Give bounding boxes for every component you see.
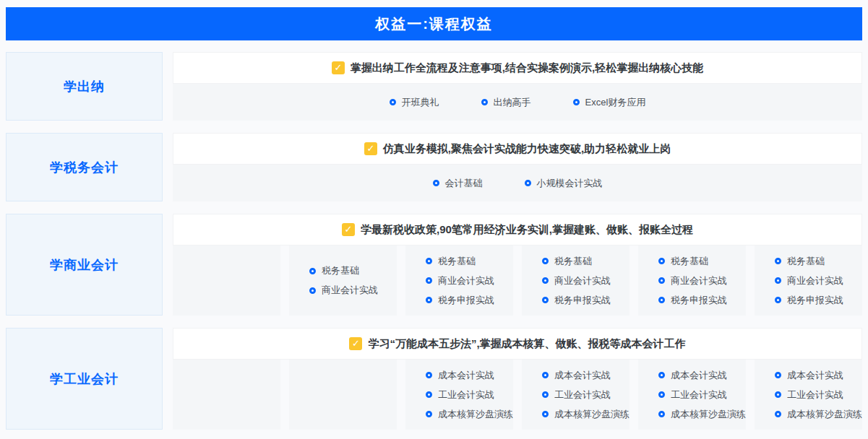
ring-bullet-icon — [775, 391, 781, 398]
ring-bullet-icon — [542, 297, 549, 303]
course-tag-label: 成本会计实战 — [787, 369, 843, 382]
ring-bullet-icon — [775, 277, 781, 284]
category-label: 学出纳 — [64, 78, 105, 95]
course-tag: 税务基础 — [426, 255, 513, 268]
course-tag-label: Excel财务应用 — [585, 96, 646, 109]
course-tag-label: 成本会计实战 — [671, 369, 727, 382]
benefit-panel: ✓ 学习“万能成本五步法”,掌握成本核算、做账、报税等成本会计工作 成本会计实战… — [173, 328, 862, 430]
course-tag: 税务申报实战 — [658, 294, 746, 307]
ring-bullet-icon — [775, 297, 781, 303]
course-tag-label: 商业会计实战 — [554, 274, 611, 287]
ring-bullet-icon — [542, 411, 549, 417]
course-tag-label: 会计基础 — [445, 177, 483, 190]
course-tag: 商业会计实战 — [426, 274, 513, 287]
course-tag-label: 税务基础 — [322, 264, 359, 277]
checkbox-icon: ✓ — [349, 337, 362, 350]
course-tag: 商业会计实战 — [775, 274, 862, 287]
course-tag: 税务申报实战 — [426, 294, 513, 307]
course-tag: 税务申报实战 — [542, 294, 629, 307]
course-tag-label: 开班典礼 — [402, 96, 439, 109]
course-tag-label: 商业会计实战 — [671, 274, 727, 287]
headline-text: 学习“万能成本五步法”,掌握成本核算、做账、报税等成本会计工作 — [368, 337, 685, 351]
course-tag-label: 商业会计实战 — [438, 274, 494, 287]
course-tag: 成本会计实战 — [542, 369, 629, 382]
checkbox-icon: ✓ — [332, 61, 345, 74]
headline-text: 仿真业务模拟,聚焦会计实战能力快速突破,助力轻松就业上岗 — [383, 142, 671, 156]
course-tag-label: 税务申报实战 — [438, 294, 494, 307]
course-tag: 成本核算沙盘演练 — [426, 408, 513, 421]
ring-bullet-icon — [542, 258, 549, 264]
course-tag: 工业会计实战 — [775, 388, 862, 401]
course-tag-label: 工业会计实战 — [671, 388, 727, 401]
course-tag: 工业会计实战 — [426, 388, 513, 401]
course-tag: 开班典礼 — [390, 96, 439, 109]
course-tag: 税务基础 — [658, 255, 746, 268]
ring-bullet-icon — [433, 180, 439, 186]
ring-bullet-icon — [658, 258, 665, 264]
benefit-row-cashier: 学出纳 ✓ 掌握出纳工作全流程及注意事项,结合实操案例演示,轻松掌握出纳核心技能… — [6, 52, 862, 121]
course-tag: 税务基础 — [775, 255, 862, 268]
course-tag: 工业会计实战 — [542, 388, 629, 401]
checkbox-icon: ✓ — [364, 142, 377, 155]
stage-cell-empty — [173, 360, 280, 430]
course-tag: 税务基础 — [309, 264, 397, 277]
course-tag: 成本会计实战 — [775, 369, 862, 382]
ring-bullet-icon — [426, 372, 432, 378]
ring-bullet-icon — [658, 297, 665, 303]
benefit-row-industrial-accounting: 学工业会计 ✓ 学习“万能成本五步法”,掌握成本核算、做账、报税等成本会计工作 … — [6, 328, 862, 430]
stage-cell: 成本会计实战 工业会计实战 成本核算沙盘演练 — [522, 360, 629, 430]
course-tag-label: 成本会计实战 — [554, 369, 611, 382]
ring-bullet-icon — [426, 391, 432, 398]
category-label: 学税务会计 — [50, 159, 119, 176]
ring-bullet-icon — [658, 391, 665, 398]
course-tag: 出纳高手 — [481, 96, 531, 109]
course-tag: 工业会计实战 — [658, 388, 746, 401]
ring-bullet-icon — [542, 372, 549, 378]
ring-bullet-icon — [481, 99, 488, 105]
stage-cell: 税务基础 商业会计实战 税务申报实战 — [405, 245, 513, 316]
stage-cell: 成本会计实战 工业会计实战 成本核算沙盘演练 — [755, 360, 862, 430]
course-tag: 成本核算沙盘演练 — [542, 408, 629, 421]
course-tag-label: 工业会计实战 — [787, 388, 843, 401]
ring-bullet-icon — [658, 372, 665, 378]
stage-cell-empty — [289, 360, 397, 430]
stage-cell: 成本会计实战 工业会计实战 成本核算沙盘演练 — [405, 360, 513, 430]
category-card-cashier: 学出纳 — [6, 52, 163, 121]
ring-bullet-icon — [309, 268, 316, 274]
course-tag: Excel财务应用 — [573, 96, 646, 109]
course-tag: 商业会计实战 — [658, 274, 746, 287]
course-tag-label: 成本核算沙盘演练 — [438, 408, 513, 421]
headline-text: 掌握出纳工作全流程及注意事项,结合实操案例演示,轻松掌握出纳核心技能 — [351, 61, 703, 75]
category-label: 学工业会计 — [50, 370, 119, 388]
panel-headline-bar: ✓ 学最新税收政策,90笔常用经济业务实训,掌握建账、做账、报账全过程 — [173, 214, 862, 245]
course-tag: 成本会计实战 — [426, 369, 513, 382]
headline-text: 学最新税收政策,90笔常用经济业务实训,掌握建账、做账、报账全过程 — [361, 223, 693, 237]
stage-columns: 成本会计实战 工业会计实战 成本核算沙盘演练 成本会计实战 工业会计实战 成本核… — [173, 360, 862, 430]
ring-bullet-icon — [309, 287, 316, 294]
course-tag: 成本会计实战 — [658, 369, 746, 382]
benefit-panel: ✓ 学最新税收政策,90笔常用经济业务实训,掌握建账、做账、报账全过程 税务基础… — [173, 214, 862, 316]
category-card-tax-accounting: 学税务会计 — [6, 133, 163, 201]
course-tag-label: 成本核算沙盘演练 — [787, 408, 862, 421]
ring-bullet-icon — [775, 258, 781, 264]
course-tag-label: 税务申报实战 — [787, 294, 843, 307]
ring-bullet-icon — [390, 99, 396, 105]
ring-bullet-icon — [525, 180, 531, 186]
course-tag-strip: 会计基础 小规模会计实战 — [173, 165, 862, 201]
course-tag: 小规模会计实战 — [525, 177, 603, 190]
stage-cell: 税务基础 商业会计实战 — [289, 245, 397, 316]
panel-headline-bar: ✓ 学习“万能成本五步法”,掌握成本核算、做账、报税等成本会计工作 — [173, 328, 862, 360]
benefit-row-commercial-accounting: 学商业会计 ✓ 学最新税收政策,90笔常用经济业务实训,掌握建账、做账、报账全过… — [6, 214, 862, 316]
course-tag-label: 小规模会计实战 — [537, 177, 603, 190]
category-card-industrial-accounting: 学工业会计 — [6, 328, 163, 430]
course-tag: 税务申报实战 — [775, 294, 862, 307]
stage-cell: 成本会计实战 工业会计实战 成本核算沙盘演练 — [638, 360, 746, 430]
ring-bullet-icon — [775, 411, 781, 417]
course-tag-label: 成本会计实战 — [438, 369, 494, 382]
course-tag-label: 税务基础 — [438, 255, 476, 268]
benefit-panel: ✓ 仿真业务模拟,聚焦会计实战能力快速突破,助力轻松就业上岗 会计基础 小规模会… — [173, 133, 862, 201]
ring-bullet-icon — [426, 258, 432, 264]
benefit-banner: 权益一:课程权益 — [6, 7, 862, 40]
ring-bullet-icon — [658, 411, 665, 417]
course-tag: 会计基础 — [433, 177, 483, 190]
